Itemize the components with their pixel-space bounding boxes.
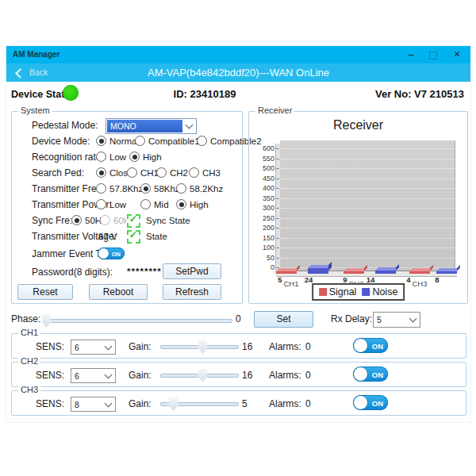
ch1-groupbox: CH1 SENS: 6 Gain: 16 Alarms: 0 ON — [11, 333, 466, 359]
phase-slider-thumb[interactable] — [42, 314, 51, 328]
ch2-toggle[interactable]: ON — [353, 367, 388, 382]
x-axis-category-label: CH1 — [283, 279, 298, 288]
version-number: Ver No: V7 210513 — [375, 88, 464, 100]
ch1-toggle[interactable]: ON — [353, 338, 388, 353]
screenshot-canvas: AM Manager – × AM-VAP(b4e842bddf20)---WA… — [0, 0, 476, 476]
device-title: AM-VAP(b4e842bddf20)---WAN OnLine — [6, 63, 470, 82]
radio-normal[interactable]: Normal — [96, 136, 139, 146]
sync-fre-row: Sync Fre: 50Hz 60Hz ✓ Sync State — [6, 215, 244, 228]
ch3-group-label: CH3 — [18, 385, 40, 394]
radio-ch3[interactable]: CH3 — [189, 167, 221, 178]
state-checkbox[interactable]: ✓ — [127, 230, 140, 244]
app-title: AM Manager — [13, 46, 60, 63]
ch3-sens-select[interactable]: 8 — [71, 397, 116, 412]
radio-icon — [156, 167, 167, 178]
close-button[interactable]: × — [447, 46, 467, 63]
pedestal-mode-select[interactable]: MONO — [106, 118, 197, 134]
sens-value: 6 — [75, 371, 79, 381]
chevron-down-icon — [105, 342, 113, 350]
radio-57-8khz[interactable]: 57.8Khz — [96, 183, 143, 194]
pedestal-mode-label: Pedestal Mode: — [32, 120, 98, 131]
radio-icon — [100, 215, 110, 225]
y-axis-tick-label: 550 — [251, 155, 274, 163]
chevron-down-icon — [105, 370, 113, 378]
radio-label: Low — [109, 200, 126, 209]
radio-ch1[interactable]: CH1 — [127, 167, 159, 178]
voltage-value: 67 V — [98, 232, 117, 241]
radio-label: Compatible1 — [148, 136, 200, 146]
reset-button[interactable]: Reset — [17, 284, 73, 300]
maximize-icon — [429, 52, 437, 60]
ch2-sens-select[interactable]: 6 — [71, 368, 116, 383]
ch1-gain-thumb[interactable] — [198, 340, 207, 354]
check-icon: ✓ — [129, 229, 137, 240]
radio-icon — [135, 136, 145, 146]
gridline — [280, 228, 455, 228]
rx-delay-select[interactable]: 5 — [373, 312, 420, 328]
x-axis-category-label: CH3 — [412, 279, 427, 288]
radio-compatible1[interactable]: Compatible1 — [135, 136, 200, 146]
gridline — [280, 238, 455, 239]
back-button[interactable]: Back — [29, 63, 48, 82]
alarms-value: 0 — [305, 341, 311, 352]
receiver-groupbox: Receiver Receiver 6005505004504003503002… — [248, 111, 468, 304]
device-state-indicator — [63, 85, 79, 101]
radio-low[interactable]: Low — [96, 152, 126, 162]
radio-label: CH3 — [202, 168, 221, 178]
radio-label: High — [143, 152, 162, 162]
phase-slider-track[interactable] — [44, 319, 232, 323]
sens-label: SENS: — [36, 370, 64, 381]
toggle-knob-icon — [354, 396, 367, 409]
sens-label: SENS: — [36, 398, 64, 409]
toggle-on-label: ON — [372, 370, 383, 378]
toggle-knob-icon — [98, 248, 109, 259]
recognition-rate-row: Recognition rate: Low High — [6, 152, 244, 164]
chart-plot-area — [280, 140, 455, 271]
radio-high[interactable]: High — [129, 152, 162, 162]
alarms-value: 0 — [305, 370, 311, 381]
chart-floor — [272, 271, 458, 277]
toggle-knob-icon — [354, 339, 367, 352]
ch1-group-label: CH1 — [18, 328, 40, 337]
rx-delay-value: 5 — [377, 315, 382, 324]
alarms-value: 0 — [305, 398, 311, 409]
y-axis-tick-label: 100 — [251, 244, 274, 251]
gridline — [280, 188, 455, 189]
radio-icon — [197, 136, 207, 146]
y-axis-tick-label: 50 — [251, 254, 274, 262]
radio-icon — [176, 183, 186, 194]
ch3-toggle[interactable]: ON — [353, 395, 388, 410]
y-axis-tick-label: 300 — [251, 204, 274, 212]
set-button[interactable]: Set — [254, 311, 313, 328]
minimize-button[interactable]: – — [401, 46, 421, 63]
radio-ch2[interactable]: CH2 — [156, 167, 188, 178]
radio-power-high[interactable]: High — [176, 199, 209, 209]
sync-state-checkbox[interactable]: ✓ — [127, 214, 140, 228]
radio-icon — [127, 167, 137, 178]
ch3-groupbox: CH3 SENS: 8 Gain: 5 Alarms: 0 ON — [11, 390, 466, 416]
search-ped-row: Search Ped: Close CH1 CH2 CH3 — [6, 167, 244, 180]
app-window: AM Manager – × AM-VAP(b4e842bddf20)---WA… — [6, 46, 470, 422]
radio-power-mid[interactable]: Mid — [140, 199, 169, 209]
gridline — [280, 258, 455, 259]
ch3-gain-thumb[interactable] — [169, 397, 178, 411]
radio-power-low[interactable]: Low — [96, 199, 126, 209]
rx-delay-label: Rx Delay: — [331, 313, 372, 324]
jammer-toggle[interactable]: ON — [98, 248, 125, 259]
gridline — [280, 198, 455, 199]
reboot-button[interactable]: Reboot — [89, 284, 148, 300]
radio-label: 57.8Khz — [109, 184, 143, 194]
gridline — [280, 159, 455, 159]
alarms-label: Alarms: — [269, 370, 301, 381]
setpwd-button[interactable]: SetPwd — [163, 263, 221, 279]
radio-58-2khz[interactable]: 58.2Khz — [176, 183, 223, 194]
legend-item-noise: Noise — [362, 286, 397, 298]
title-bar: AM Manager – × — [6, 46, 470, 63]
ch2-gain-thumb[interactable] — [198, 369, 207, 382]
y-axis-tick-label: 0 — [251, 263, 274, 271]
ch1-sens-select[interactable]: 6 — [71, 340, 116, 355]
maximize-button[interactable] — [423, 46, 443, 63]
device-mode-row: Device Mode: Normal Compatible1 Compatib… — [6, 136, 244, 148]
refresh-button[interactable]: Refresh — [163, 284, 221, 300]
radio-58khz[interactable]: 58Khz — [140, 183, 180, 194]
